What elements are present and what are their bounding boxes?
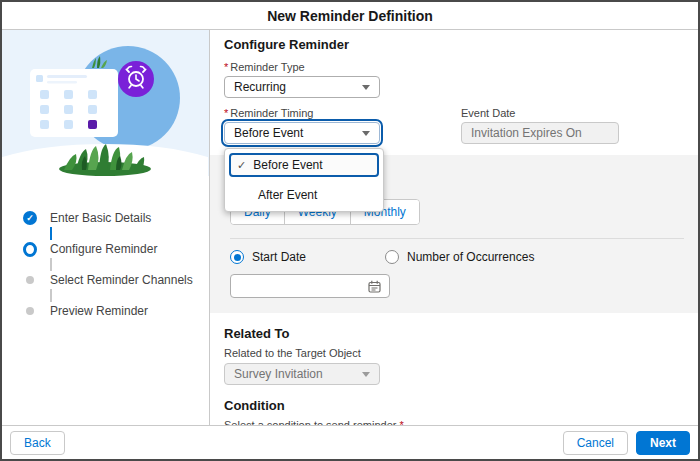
stepper-item-enter-basic-details: ✓ Enter Basic Details (23, 210, 209, 226)
related-to-value: Survey Invitation (234, 367, 323, 381)
related-to-section: Related To Related to the Target Object … (224, 326, 690, 385)
calendar-icon[interactable] (368, 280, 381, 293)
reminder-timing-label: *Reminder Timing (224, 107, 380, 119)
event-date-label: Event Date (461, 107, 619, 119)
start-date-input[interactable] (230, 274, 390, 298)
left-panel: ✓ Enter Basic Details Configure Reminder… (2, 30, 210, 425)
related-to-label: Related to the Target Object (224, 347, 690, 359)
section-title-condition: Condition (224, 398, 690, 413)
reminder-type-value: Recurring (234, 80, 286, 94)
start-date-radio-label: Start Date (252, 250, 306, 264)
required-asterisk: * (224, 61, 228, 73)
step-label: Preview Reminder (50, 304, 148, 318)
number-of-occurrences-radio[interactable]: Number of Occurrences (385, 250, 534, 264)
step-completed-check-icon: ✓ (23, 211, 37, 225)
step-label: Select Reminder Channels (50, 273, 193, 287)
new-reminder-definition-modal: New Reminder Definition (0, 0, 700, 461)
start-date-radio[interactable]: Start Date (230, 250, 385, 264)
divider (230, 238, 684, 239)
reminder-illustration (2, 30, 209, 176)
stepper-item-configure-reminder: Configure Reminder (23, 241, 209, 257)
step-current-icon (23, 242, 37, 257)
check-icon: ✓ (237, 159, 246, 172)
stepper-connector (50, 227, 52, 240)
step-upcoming-icon (26, 276, 34, 284)
page-title: New Reminder Definition (267, 8, 433, 24)
event-date-field: Event Date Invitation Expires On (461, 107, 619, 144)
condition-label: Select a condition to send reminder * (224, 419, 690, 425)
dropdown-option-before-event[interactable]: ✓ Before Event (229, 153, 379, 177)
radio-unselected-icon (385, 250, 399, 264)
condition-section: Condition Select a condition to send rem… (224, 398, 690, 425)
step-upcoming-icon (26, 307, 34, 315)
configure-reminder-panel: Configure Reminder *Reminder Type Recurr… (210, 30, 698, 425)
modal-footer: Back Cancel Next (2, 425, 698, 459)
number-of-occurrences-radio-label: Number of Occurrences (407, 250, 534, 264)
reminder-timing-select[interactable]: Before Event (224, 122, 380, 144)
reminder-timing-value: Before Event (234, 126, 303, 140)
alarm-clock-icon (118, 61, 154, 97)
next-button[interactable]: Next (636, 431, 690, 455)
stepper-item-select-reminder-channels: Select Reminder Channels (23, 272, 209, 288)
event-date-value: Invitation Expires On (471, 126, 582, 140)
cancel-button[interactable]: Cancel (563, 431, 628, 455)
calendar-alarm-illustration-image (2, 30, 208, 176)
required-asterisk: * (224, 107, 228, 119)
section-title-configure-reminder: Configure Reminder (224, 37, 690, 52)
reminder-timing-dropdown-menu: ✓ Before Event After Event (224, 148, 384, 212)
progress-stepper: ✓ Enter Basic Details Configure Reminder… (2, 176, 209, 319)
reminder-type-label: *Reminder Type (224, 61, 690, 73)
step-label: Enter Basic Details (50, 211, 151, 225)
reminder-timing-field: *Reminder Timing Before Event ✓ Before E… (224, 107, 380, 144)
related-to-select: Survey Invitation (224, 363, 380, 385)
chevron-down-icon (362, 85, 370, 90)
back-button[interactable]: Back (10, 431, 65, 455)
radio-selected-icon (230, 250, 244, 264)
reminder-type-select[interactable]: Recurring (224, 76, 380, 98)
required-asterisk: * (400, 419, 404, 425)
chevron-down-icon (362, 131, 370, 136)
event-date-input: Invitation Expires On (461, 122, 619, 144)
section-title-related-to: Related To (224, 326, 690, 341)
chevron-down-icon (362, 372, 370, 377)
stepper-connector (50, 289, 52, 302)
stepper-item-preview-reminder: Preview Reminder (23, 303, 209, 319)
modal-header: New Reminder Definition (2, 2, 698, 30)
step-label: Configure Reminder (50, 242, 157, 256)
stepper-connector (50, 258, 52, 271)
dropdown-option-after-event[interactable]: After Event (225, 181, 383, 206)
